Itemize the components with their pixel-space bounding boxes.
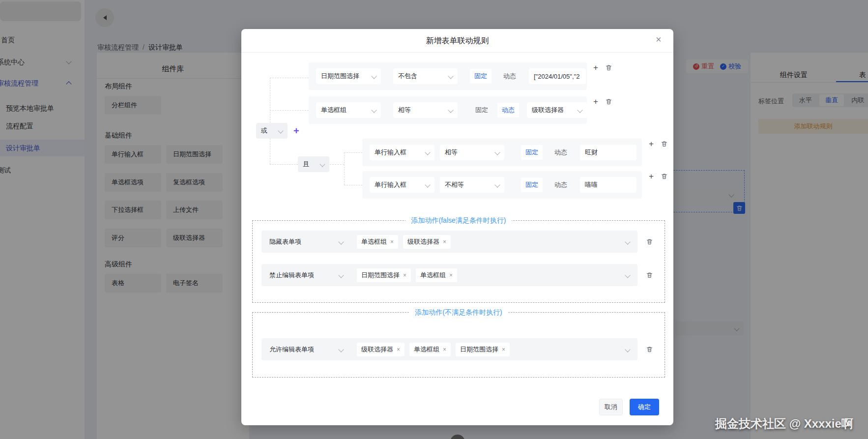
row-actions: + [649, 140, 668, 148]
chevron-down-icon [494, 149, 500, 155]
chevron-down-icon [577, 107, 582, 113]
tag-remove-icon[interactable]: × [443, 238, 446, 245]
chevron-down-icon [371, 107, 376, 113]
close-icon[interactable]: × [656, 34, 662, 44]
target-tag: 单选框组× [416, 268, 457, 282]
add-condition-icon[interactable]: + [593, 97, 598, 106]
delete-condition-icon[interactable] [605, 98, 612, 105]
field-value: 单选框组 [321, 106, 347, 115]
add-condition-icon[interactable]: + [649, 172, 654, 180]
target-tag: 日期范围选择× [456, 343, 510, 356]
chevron-down-icon [338, 239, 344, 244]
condition-row-2: 单选框组 相等 固定 动态 级联选择器 [309, 96, 587, 124]
action-type-select[interactable]: 隐藏表单项 [269, 237, 343, 246]
tag-remove-icon[interactable]: × [403, 272, 406, 279]
watermark: 掘金技术社区 @ Xxxxie啊 [715, 416, 853, 432]
mode-fixed-toggle[interactable]: 固定 [471, 103, 492, 117]
tree-connector [344, 152, 362, 153]
condition-operator-select[interactable]: 不相等 [440, 177, 504, 193]
delete-condition-icon[interactable] [605, 64, 612, 71]
mode-dynamic-toggle[interactable]: 动态 [499, 69, 521, 84]
chevron-down-icon [625, 272, 630, 278]
mode-dynamic-toggle[interactable]: 动态 [550, 145, 572, 160]
mode-dynamic-toggle[interactable]: 动态 [550, 177, 572, 192]
condition-operator-select[interactable]: 相等 [393, 102, 458, 118]
actions-section-false: 添加动作(false满足条件时执行) 隐藏表单项 单选框组× 级联选择器× 禁止… [252, 220, 665, 303]
target-tag: 级联选择器× [403, 235, 451, 249]
action-type-select[interactable]: 允许编辑表单项 [269, 345, 343, 354]
operator-value: 不相等 [445, 180, 464, 189]
condition-field-select[interactable]: 单行输入框 [370, 145, 434, 160]
action-type-select[interactable]: 禁止编辑表单项 [269, 271, 343, 280]
chevron-down-icon [494, 182, 500, 187]
tree-connector [270, 110, 309, 111]
chevron-down-icon [448, 107, 453, 113]
chevron-down-icon [425, 149, 430, 155]
tag-remove-icon[interactable]: × [397, 346, 400, 353]
tree-connector [344, 185, 362, 185]
add-condition-group-button[interactable]: + [293, 126, 299, 136]
condition-value-input[interactable]: 旺财 [580, 145, 637, 160]
tag-remove-icon[interactable]: × [390, 238, 394, 245]
chevron-down-icon [319, 161, 325, 167]
chevron-down-icon [371, 73, 376, 79]
tag-remove-icon[interactable]: × [443, 346, 446, 353]
add-condition-icon[interactable]: + [649, 140, 654, 148]
add-condition-icon[interactable]: + [593, 63, 598, 72]
condition-value-select[interactable]: 级联选择器 [527, 102, 587, 118]
chevron-down-icon [338, 272, 344, 278]
action-row: 允许编辑表单项 级联选择器× 单选框组× 日期范围选择× [261, 338, 637, 360]
condition-value-input[interactable]: 喵喵 [580, 177, 637, 193]
mode-fixed-toggle[interactable]: 固定 [521, 177, 543, 192]
logic-and-select[interactable]: 且 [298, 156, 329, 172]
target-tag: 单选框组× [409, 343, 451, 356]
chevron-down-icon [625, 347, 630, 352]
delete-condition-icon[interactable] [661, 173, 668, 180]
condition-operator-select[interactable]: 不包含 [393, 68, 458, 84]
target-tag: 日期范围选择× [357, 268, 411, 282]
app-root: 首页 系统中心 审核流程管理 预览本地审批单 流程配置 设计审批单 测试 审核流… [0, 0, 868, 439]
mode-fixed-toggle[interactable]: 固定 [470, 69, 492, 84]
delete-action-icon[interactable] [646, 271, 653, 279]
cancel-button[interactable]: 取消 [599, 399, 623, 415]
chevron-down-icon [425, 182, 430, 187]
tree-connector [270, 78, 309, 78]
condition-row-1: 日期范围选择 不包含 固定 动态 ["2024/01/05","2 [309, 62, 587, 90]
chevron-down-icon [625, 239, 630, 244]
logic-or-select[interactable]: 或 [256, 123, 288, 139]
confirm-button[interactable]: 确定 [630, 399, 659, 415]
mode-fixed-toggle[interactable]: 固定 [521, 145, 543, 160]
row-actions: + [593, 63, 612, 72]
divider [241, 52, 673, 53]
mode-dynamic-toggle[interactable]: 动态 [497, 103, 519, 117]
condition-row-3: 单行输入框 相等 固定 动态 旺财 [362, 139, 642, 166]
add-linkage-rule-modal: 新增表单联动规则 × 或 + 且 日期范围选择 不包含 固定 动态 ["2024… [241, 29, 673, 425]
tree-connector [270, 164, 298, 165]
chevron-down-icon [448, 73, 453, 79]
tag-remove-icon[interactable]: × [502, 346, 505, 353]
condition-field-select[interactable]: 单行输入框 [370, 177, 434, 193]
actions-section-unless: 添加动作(不满足条件时执行) 允许编辑表单项 级联选择器× 单选框组× 日期范围… [252, 312, 665, 378]
action-row: 隐藏表单项 单选框组× 级联选择器× [261, 231, 637, 253]
delete-action-icon[interactable] [646, 238, 653, 245]
value: 级联选择器 [532, 106, 564, 115]
target-tag: 单选框组× [357, 235, 398, 249]
condition-field-select[interactable]: 日期范围选择 [316, 68, 381, 84]
row-actions: + [593, 97, 612, 106]
tree-connector [270, 78, 270, 164]
condition-operator-select[interactable]: 相等 [440, 145, 504, 160]
tree-connector [330, 164, 344, 165]
chevron-down-icon [278, 128, 283, 133]
operator-value: 不包含 [398, 72, 417, 81]
condition-field-select[interactable]: 单选框组 [316, 102, 381, 118]
delete-condition-icon[interactable] [661, 140, 668, 147]
condition-row-4: 单行输入框 不相等 固定 动态 喵喵 [362, 171, 642, 199]
modal-title: 新增表单联动规则 [241, 36, 673, 46]
delete-action-icon[interactable] [646, 346, 653, 353]
tag-remove-icon[interactable]: × [449, 272, 453, 279]
condition-value-input[interactable]: ["2024/01/05","2 [529, 68, 586, 84]
field-value: 单行输入框 [375, 180, 406, 189]
chevron-down-icon [338, 347, 344, 352]
actions-section-title: 添加动作(不满足条件时执行) [253, 308, 665, 317]
row-actions: + [649, 172, 668, 180]
